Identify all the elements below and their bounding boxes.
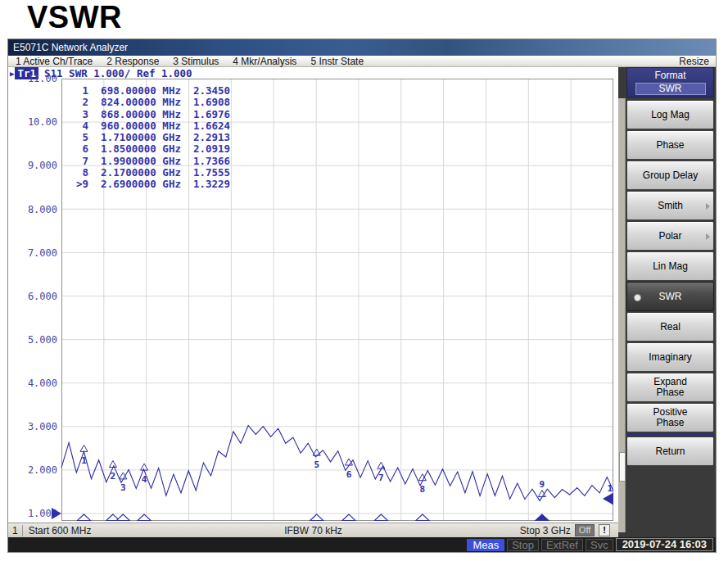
format-button-real[interactable]: Real <box>626 312 714 342</box>
svg-text:9: 9 <box>540 479 545 490</box>
marker-table: 1 698.00000 MHz 2.3450 2 824.00000 MHz 1… <box>76 85 230 191</box>
softkey-buttons: Format SWR Log MagPhaseGroup DelaySmithP… <box>626 67 714 467</box>
softkey-label: Expand Phase <box>653 377 687 398</box>
trace1-end-label: 1 <box>607 483 613 494</box>
softkey-label: Group Delay <box>643 170 698 181</box>
svg-text:9.000: 9.000 <box>28 160 57 171</box>
menu-item-2-response[interactable]: 2 Response <box>106 56 159 67</box>
off-badge: Off <box>575 524 595 536</box>
svg-text:6.000: 6.000 <box>28 291 57 302</box>
menu-bar: 1 Active Ch/Trace2 Response3 Stimulus4 M… <box>8 56 716 67</box>
svg-text:7.000: 7.000 <box>28 247 57 259</box>
window-titlebar: E5071C Network Analyzer <box>8 39 716 56</box>
menu-item-5-instr-state[interactable]: 5 Instr State <box>310 56 364 67</box>
screenshot-page: VSWR E5071C Network Analyzer 1 Active Ch… <box>0 0 728 561</box>
channel-number: 1 <box>8 525 23 536</box>
svg-text:4.000: 4.000 <box>28 378 57 389</box>
svg-text:3.000: 3.000 <box>28 421 57 432</box>
start-frequency-readout: Start 600 MHz <box>29 525 92 536</box>
svc-indicator: Svc <box>586 539 613 551</box>
scrollbar-thumb[interactable] <box>619 452 626 482</box>
menu-item-3-stimulus[interactable]: 3 Stimulus <box>173 56 219 67</box>
format-button-imaginary[interactable]: Imaginary <box>626 342 714 372</box>
svg-text:1: 1 <box>81 455 87 466</box>
softkey-divider <box>626 433 714 435</box>
menu-item-1-active-ch-trace[interactable]: 1 Active Ch/Trace <box>16 56 93 67</box>
svg-text:3: 3 <box>120 482 126 493</box>
format-button-phase[interactable]: Phase <box>626 130 714 160</box>
softkey-label: Imaginary <box>649 352 692 363</box>
svg-text:8.000: 8.000 <box>28 204 57 215</box>
warning-indicator: ! <box>599 524 610 536</box>
format-current-value: SWR <box>635 83 706 95</box>
datetime-readout: 2019-07-24 16:03 <box>616 538 713 551</box>
extref-indicator: ExtRef <box>541 539 583 551</box>
submenu-arrow-icon <box>706 203 710 210</box>
svg-text:6: 6 <box>346 469 352 480</box>
softkey-menu: Format SWR Log MagPhaseGroup DelaySmithP… <box>618 67 716 537</box>
softkey-label: Lin Mag <box>653 261 688 272</box>
svg-text:5.000: 5.000 <box>28 334 57 346</box>
stop-frequency-group: Stop 3 GHz Off ! <box>520 524 618 536</box>
submenu-arrow-icon <box>706 233 710 240</box>
softkey-scrollbar[interactable] <box>618 98 626 532</box>
softkey-label: Log Mag <box>651 110 690 120</box>
svg-text:10.00: 10.00 <box>28 116 57 128</box>
svg-text:5: 5 <box>314 459 319 470</box>
format-button-log-mag[interactable]: Log Mag <box>626 100 714 129</box>
instrument-status-bar: Meas Stop ExtRef Svc 2019-07-24 16:03 <box>8 537 716 552</box>
menu-item-resize[interactable]: Resize <box>679 56 716 67</box>
page-title: VSWR <box>27 0 122 35</box>
svg-text:8: 8 <box>420 484 426 495</box>
format-button-expand-phase[interactable]: Expand Phase <box>626 373 714 402</box>
format-button-positive-phase[interactable]: Positive Phase <box>626 403 714 432</box>
softkey-label: Polar <box>658 231 681 242</box>
format-button-return[interactable]: Return <box>626 437 714 466</box>
meas-status-badge: Meas <box>467 539 504 551</box>
analyzer-window: E5071C Network Analyzer 1 Active Ch/Trac… <box>8 39 716 552</box>
svg-text:4: 4 <box>142 474 147 485</box>
stop-frequency-readout: Stop 3 GHz <box>520 525 571 536</box>
format-button-swr[interactable]: SWR <box>626 282 714 311</box>
format-menu-title: Format <box>627 70 713 81</box>
softkey-label: Return <box>655 446 685 457</box>
svg-text:11.00: 11.00 <box>28 73 57 84</box>
softkey-label: Phase <box>656 140 684 151</box>
svg-text:7: 7 <box>378 473 384 483</box>
svg-text:2: 2 <box>111 471 116 482</box>
stop-indicator: Stop <box>507 539 539 551</box>
softkey-label: Positive Phase <box>653 407 687 428</box>
menu-item-4-mkr-analysis[interactable]: 4 Mkr/Analysis <box>233 56 296 67</box>
ifbw-readout: IFBW 70 kHz <box>284 525 342 536</box>
softkey-label: Smith <box>658 201 683 211</box>
format-menu-header: Format SWR <box>626 67 714 97</box>
softkey-label: Real <box>660 322 681 333</box>
window-title: E5071C Network Analyzer <box>8 42 128 53</box>
format-button-smith[interactable]: Smith <box>626 191 714 220</box>
softkey-label: SWR <box>659 292 682 302</box>
stimulus-status-strip: 1 Start 600 MHz IFBW 70 kHz Stop 3 GHz O… <box>8 523 618 537</box>
menu-items: 1 Active Ch/Trace2 Response3 Stimulus4 M… <box>8 56 364 67</box>
format-button-list: Log MagPhaseGroup DelaySmithPolarLin Mag… <box>626 100 714 466</box>
selected-bullet-icon <box>634 294 641 301</box>
format-button-polar[interactable]: Polar <box>626 221 714 251</box>
format-button-lin-mag[interactable]: Lin Mag <box>626 251 714 281</box>
format-button-group-delay[interactable]: Group Delay <box>626 161 714 190</box>
svg-text:2.000: 2.000 <box>28 464 57 476</box>
display-area: ▶ Tr1 S11 SWR 1.000/ Ref 1.000 11.0010.0… <box>8 67 618 537</box>
